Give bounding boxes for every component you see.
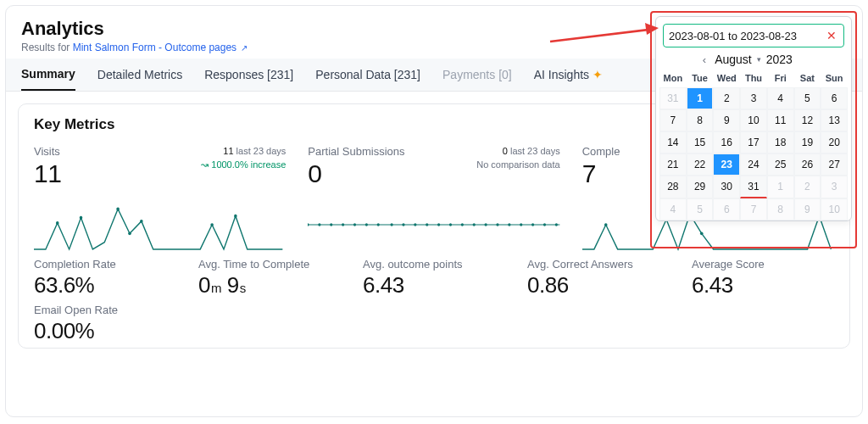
metric-avg-correct: Avg. Correct Answers 0.86 [527,258,670,298]
calendar-day[interactable]: 6 [821,87,848,109]
svg-point-21 [461,223,464,226]
calendar-day[interactable]: 10 [740,109,767,131]
calendar-day[interactable]: 23 [713,153,740,176]
svg-point-8 [308,223,309,226]
svg-point-2 [116,208,120,211]
calendar-day[interactable]: 19 [794,131,821,153]
calendar-day[interactable]: 13 [821,109,848,131]
calendar-day-out[interactable]: 8 [767,198,794,220]
year-label[interactable]: 2023 [766,53,793,66]
calendar-day[interactable]: 17 [740,131,767,153]
svg-point-6 [234,215,237,218]
calendar-day[interactable]: 16 [713,131,740,153]
calendar-day[interactable]: 20 [821,131,848,153]
date-range-input[interactable] [669,30,825,42]
dow-label: Sat [794,70,821,87]
calendar-day[interactable]: 9 [713,109,740,131]
clear-icon[interactable]: ✕ [825,29,838,42]
calendar-day[interactable]: 24 [740,153,767,176]
svg-point-17 [415,223,417,226]
metric-completion-rate: Completion Rate 63.6% [34,258,176,298]
calendar-day-out[interactable]: 2 [794,176,821,198]
calendar-day-out[interactable]: 6 [713,198,740,220]
metric-partial-value: 0 [308,159,404,188]
month-label[interactable]: August [715,53,752,66]
completion-rate-value: 63.6% [34,272,176,298]
svg-point-13 [365,223,368,226]
svg-point-19 [437,223,440,226]
card-title: Key Metrics [34,116,114,133]
calendar-day[interactable]: 14 [659,131,687,153]
svg-point-1 [80,216,83,220]
trend-up-icon: ↝ [201,159,211,170]
metric-partial-side: 0 last 23 days No comparison data [476,145,559,172]
calendar-day[interactable]: 4 [767,87,794,109]
prev-month-icon[interactable]: ‹ [699,53,709,66]
tab-payments[interactable]: Payments [0] [442,67,512,91]
tab-detailed-metrics[interactable]: Detailed Metrics [97,67,182,91]
calendar-day[interactable]: 2 [713,87,740,109]
email-open-label: Email Open Rate [34,304,176,316]
calendar-day[interactable]: 29 [687,176,714,198]
results-link[interactable]: Mint Salmon Form - Outcome pages ↗ [73,42,248,53]
calendar-day[interactable]: 5 [794,87,821,109]
tab-summary[interactable]: Summary [21,67,75,91]
calendar-day[interactable]: 1 [687,87,714,109]
avg-outcome-label: Avg. outcome points [363,258,505,271]
tab-personal-data[interactable]: Personal Data [231] [315,67,420,91]
calendar-day-out[interactable]: 31 [659,87,687,109]
calendar-day[interactable]: 25 [767,153,794,176]
svg-point-9 [319,223,321,226]
tab-responses[interactable]: Responses [231] [204,67,293,91]
calendar-day-out[interactable]: 10 [821,198,848,220]
calendar-day[interactable]: 8 [687,109,714,131]
calendar-day[interactable]: 26 [794,153,821,176]
calendar-day[interactable]: 22 [687,153,714,176]
calendar-day[interactable]: 30 [713,176,740,198]
svg-point-28 [543,223,546,226]
svg-point-4 [140,220,143,223]
metric-visits-side: 11 last 23 days ↝ 1000.0% increase [201,145,286,172]
svg-point-3 [128,232,131,235]
chevron-down-icon: ▾ [757,55,761,64]
svg-point-30 [604,223,608,226]
svg-point-16 [403,223,405,226]
calendar-day-out[interactable]: 1 [767,176,794,198]
calendar-day-out[interactable]: 7 [740,198,767,220]
calendar-day-out[interactable]: 3 [821,176,848,198]
dow-label: Sun [821,70,848,87]
metric-complete-value: 7 [582,159,620,188]
date-range-input-wrap[interactable]: ✕ [663,24,844,47]
calendar-day-out[interactable]: 9 [794,198,821,220]
avg-outcome-value: 6.43 [363,272,505,298]
calendar-day[interactable]: 31 [740,176,767,198]
calendar-day[interactable]: 21 [659,153,687,176]
svg-point-33 [700,232,704,235]
calendar-day[interactable]: 3 [740,87,767,109]
calendar-day-out[interactable]: 5 [687,198,714,220]
calendar-day[interactable]: 15 [687,131,714,153]
svg-point-20 [449,223,452,226]
avg-time-label: Avg. Time to Complete [198,258,341,271]
calendar-day[interactable]: 7 [659,109,687,131]
calendar-day[interactable]: 27 [821,153,848,176]
calendar-day[interactable]: 11 [767,109,794,131]
svg-point-11 [342,223,344,226]
svg-point-27 [531,223,534,226]
tab-ai-insights[interactable]: AI Insights ✦ [534,67,603,91]
email-open-value: 0.00% [34,318,176,344]
calendar-day-out[interactable]: 4 [659,198,687,220]
metric-avg-score: Average Score 6.43 [692,258,834,298]
metric-partial-label: Partial Submissions [308,145,404,158]
calendar-day[interactable]: 28 [659,176,687,198]
calendar-day[interactable]: 18 [767,131,794,153]
date-range-popover: ✕ ‹ August ▾ 2023 › MonTueWedThuFriSatSu… [655,16,852,221]
svg-point-22 [473,223,476,226]
svg-point-25 [509,223,511,226]
svg-point-15 [391,223,393,226]
calendar-day[interactable]: 12 [794,109,821,131]
completion-rate-label: Completion Rate [34,258,176,271]
svg-point-0 [56,221,59,225]
svg-point-18 [426,223,428,226]
avg-correct-label: Avg. Correct Answers [527,258,670,271]
